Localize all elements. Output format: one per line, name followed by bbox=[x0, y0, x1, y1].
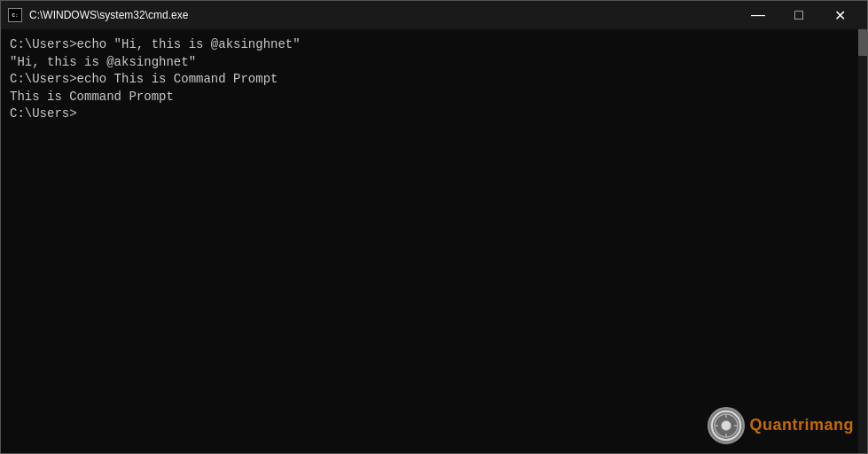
svg-point-3 bbox=[724, 424, 728, 427]
minimize-button[interactable]: — bbox=[738, 1, 778, 29]
close-button[interactable]: ✕ bbox=[819, 1, 860, 29]
svg-point-2 bbox=[722, 421, 731, 430]
title-bar-controls: — □ ✕ bbox=[738, 1, 860, 29]
cmd-window: C:\WINDOWS\system32\cmd.exe — □ ✕ C:\Use… bbox=[0, 0, 868, 454]
console-line-2: "Hi, this is @aksinghnet" bbox=[10, 54, 858, 72]
title-bar: C:\WINDOWS\system32\cmd.exe — □ ✕ bbox=[1, 1, 867, 29]
watermark-prefix: Q bbox=[749, 416, 762, 434]
window-title: C:\WINDOWS\system32\cmd.exe bbox=[29, 9, 188, 21]
watermark: Quantrimang bbox=[708, 407, 854, 444]
title-bar-left: C:\WINDOWS\system32\cmd.exe bbox=[8, 8, 188, 22]
console-line-7: C:\Users> bbox=[10, 106, 858, 123]
svg-point-0 bbox=[711, 411, 741, 441]
watermark-text: Quantrimang bbox=[749, 414, 854, 436]
console-line-5: This is Command Prompt bbox=[10, 89, 858, 106]
console-line-1: C:\Users>echo "Hi, this is @aksinghnet" bbox=[10, 36, 858, 54]
console-area[interactable]: C:\Users>echo "Hi, this is @aksinghnet" … bbox=[1, 29, 867, 453]
maximize-button[interactable]: □ bbox=[778, 1, 819, 29]
scrollbar-thumb[interactable] bbox=[858, 29, 867, 56]
console-line-4: C:\Users>echo This is Command Prompt bbox=[10, 71, 858, 89]
watermark-brand: uantrimang bbox=[762, 416, 854, 434]
watermark-logo bbox=[708, 407, 745, 444]
cmd-icon bbox=[8, 8, 22, 22]
svg-point-1 bbox=[715, 414, 738, 437]
scrollbar[interactable] bbox=[858, 29, 867, 453]
